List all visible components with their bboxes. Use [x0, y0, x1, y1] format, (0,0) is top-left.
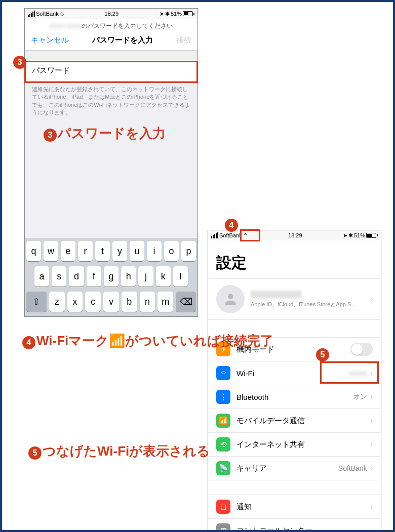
- chevron-right-icon: ›: [370, 526, 373, 531]
- keyboard-row-3: ⇧ z x c v b n m ⌫: [26, 292, 196, 312]
- highlight-box-4: [240, 229, 260, 241]
- key-a[interactable]: a: [34, 266, 49, 287]
- key-r[interactable]: r: [78, 241, 93, 261]
- key-l[interactable]: l: [173, 266, 188, 287]
- keyboard: q w e r t y u i o p a s d f g h j k l ⇧ …: [25, 238, 198, 317]
- password-hint: 連絡先にあなたが登録されていて、このネットワークに接続しているiPhone、iP…: [25, 81, 198, 121]
- wifi-glyph-icon: 📶: [109, 333, 125, 348]
- row-carrier[interactable]: 📡 キャリア SoftBank ›: [208, 457, 381, 480]
- signal-icon: [28, 11, 35, 17]
- battery-pct: 51%: [171, 11, 182, 17]
- key-b[interactable]: b: [122, 292, 137, 312]
- connect-button[interactable]: 接続: [176, 35, 191, 45]
- key-h[interactable]: h: [121, 266, 136, 287]
- key-m[interactable]: m: [157, 292, 173, 312]
- row-hotspot[interactable]: ⟲ インターネット共有 ›: [208, 433, 381, 457]
- signal-icon: [211, 232, 218, 238]
- bluetooth-value: オン: [353, 392, 367, 401]
- callout-text-3: 3パスワードを入力: [44, 125, 166, 142]
- location-icon: ➤: [343, 232, 347, 239]
- airplane-toggle[interactable]: [350, 343, 373, 356]
- key-j[interactable]: j: [138, 266, 153, 287]
- shift-key[interactable]: ⇧: [26, 292, 47, 312]
- nav-bar: キャンセル パスワードを入力 接続: [25, 31, 198, 51]
- highlight-box-3: [24, 61, 198, 83]
- key-s[interactable]: s: [52, 266, 66, 287]
- key-i[interactable]: i: [147, 241, 162, 261]
- battery-pct: 51%: [354, 232, 365, 238]
- chevron-right-icon: ›: [370, 392, 373, 401]
- key-d[interactable]: d: [69, 266, 84, 287]
- highlight-box-5: [320, 361, 379, 384]
- keyboard-row-1: q w e r t y u i o p: [26, 241, 196, 261]
- key-q[interactable]: q: [26, 241, 41, 261]
- chevron-right-icon: ›: [370, 416, 373, 425]
- avatar-icon: [216, 285, 245, 313]
- wifi-icon: ⌔: [216, 366, 230, 380]
- key-g[interactable]: g: [104, 266, 118, 287]
- carrier-label: SoftBank: [219, 232, 242, 238]
- chevron-right-icon: ›: [370, 440, 373, 449]
- settings-group-system: ◻ 通知 › ⊞ コントロールセンター ›: [208, 495, 381, 531]
- key-k[interactable]: k: [156, 266, 171, 287]
- cancel-button[interactable]: キャンセル: [31, 35, 69, 45]
- key-y[interactable]: y: [112, 241, 127, 261]
- status-bar: SoftBank ◇ 18:29 ➤ ✱ 51%: [25, 9, 198, 19]
- page-title: 設定: [208, 240, 381, 278]
- row-cellular[interactable]: 📶 モバイルデータ通信 ›: [208, 409, 381, 433]
- wifi-status-icon: ◇: [60, 11, 64, 17]
- battery-icon: [366, 233, 378, 238]
- apple-id-row[interactable]: Apple ID、iCloud、iTunes StoreとApp S… ›: [208, 278, 381, 320]
- status-bar: SoftBank ⌃ 18:29 ➤ ✱ 51%: [208, 230, 381, 240]
- callout-badge-4: 4: [225, 219, 238, 232]
- carrier-icon: 📡: [216, 461, 230, 475]
- chevron-right-icon: ›: [370, 502, 373, 511]
- battery-icon: [183, 11, 194, 16]
- key-p[interactable]: p: [181, 241, 196, 261]
- cellular-icon: 📶: [216, 414, 230, 428]
- key-e[interactable]: e: [61, 241, 75, 261]
- chevron-right-icon: ›: [370, 464, 373, 473]
- nav-title: パスワードを入力: [92, 35, 153, 45]
- key-u[interactable]: u: [130, 241, 144, 261]
- backspace-key[interactable]: ⌫: [176, 292, 196, 312]
- row-bluetooth[interactable]: ⋮ Bluetooth オン ›: [208, 385, 381, 409]
- bluetooth-icon: ⋮: [216, 390, 230, 404]
- key-n[interactable]: n: [140, 292, 155, 312]
- phone-password-dialog: SoftBank ◇ 18:29 ➤ ✱ 51% xxxxx xxxxxのパスワ…: [24, 8, 198, 317]
- location-icon: ➤: [160, 11, 164, 17]
- clock: 18:29: [288, 232, 302, 238]
- apple-id-name-blurred: [251, 291, 301, 299]
- chevron-right-icon: ›: [370, 295, 373, 304]
- bluetooth-status-icon: ✱: [348, 232, 353, 239]
- bluetooth-status-icon: ✱: [165, 11, 170, 17]
- svg-point-0: [228, 294, 233, 299]
- dialog-subtitle: xxxxx xxxxxのパスワードを入力してください: [25, 19, 198, 31]
- carrier-value: SoftBank: [338, 464, 367, 472]
- row-control-center[interactable]: ⊞ コントロールセンター ›: [208, 519, 381, 531]
- callout-text-5: 5つなげたWi-Fiが表示される: [28, 442, 210, 460]
- key-x[interactable]: x: [67, 292, 83, 312]
- key-c[interactable]: c: [85, 292, 101, 312]
- row-notifications[interactable]: ◻ 通知 ›: [208, 495, 381, 519]
- key-t[interactable]: t: [95, 241, 110, 261]
- keyboard-row-2: a s d f g h j k l: [26, 266, 196, 287]
- key-z[interactable]: z: [49, 292, 65, 312]
- callout-text-4: 4Wi-Fiマーク📶がついていれば接続完了: [22, 332, 273, 350]
- carrier-label: SoftBank: [36, 11, 59, 17]
- control-center-icon: ⊞: [216, 523, 230, 531]
- key-w[interactable]: w: [44, 241, 58, 261]
- clock: 18:29: [105, 11, 119, 17]
- hotspot-icon: ⟲: [216, 437, 230, 452]
- notifications-icon: ◻: [216, 500, 230, 514]
- apple-id-subtitle: Apple ID、iCloud、iTunes StoreとApp S…: [251, 301, 370, 308]
- key-f[interactable]: f: [87, 266, 101, 287]
- settings-group-connectivity: ✈ 機内モード ⌔ Wi-Fi xxxxx › ⋮ Bluetooth オン ›…: [208, 337, 381, 480]
- key-v[interactable]: v: [103, 292, 119, 312]
- callout-badge-5: 5: [316, 348, 329, 361]
- key-o[interactable]: o: [164, 241, 179, 261]
